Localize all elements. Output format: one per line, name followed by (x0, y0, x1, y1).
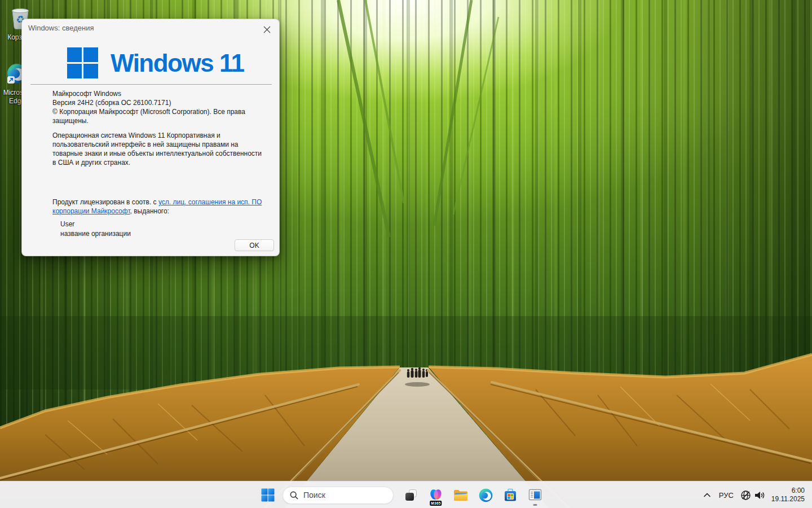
licensee-user: User (52, 220, 264, 229)
dialog-body: Майкрософт Windows Версия 24H2 (сборка О… (52, 89, 264, 238)
close-icon[interactable] (258, 22, 276, 37)
shortcut-arrow-icon (7, 76, 15, 84)
clock[interactable]: 6:00 19.11.2025 (771, 487, 805, 503)
volume-icon[interactable] (754, 491, 766, 500)
desktop: ♻ Корзина Microsoft Edge Windows: сведен… (0, 0, 812, 508)
license-prefix: Продукт лицензирован в соотв. с (52, 198, 158, 206)
file-explorer-icon (453, 489, 468, 502)
running-app-indicator (533, 504, 537, 506)
task-view-icon (404, 488, 418, 502)
dialog-title: Windows: сведения (28, 24, 94, 32)
search-input[interactable] (303, 491, 382, 500)
copyright-text: © Корпорация Майкрософт (Microsoft Corpo… (52, 108, 245, 125)
language-indicator[interactable]: РУС (719, 491, 734, 500)
ok-button[interactable]: OK (235, 239, 274, 251)
microsoft-store-icon (504, 488, 517, 502)
dialog-separator (30, 84, 272, 85)
taskbar-search[interactable] (283, 487, 394, 504)
tray-date: 19.11.2025 (771, 495, 805, 503)
license-suffix: , выданного: (130, 207, 169, 215)
windows11-wordmark: Windows 11 (111, 47, 244, 78)
tray-time: 6:00 (771, 487, 805, 495)
m365-copilot-icon (429, 488, 443, 502)
windows-logo-icon (67, 47, 98, 78)
version-text: Версия 24H2 (сборка ОС 26100.7171) (52, 99, 171, 107)
licensee-organization: название организации (52, 229, 264, 238)
network-globe-icon[interactable] (740, 490, 751, 501)
microsoft-store-button[interactable] (499, 484, 522, 506)
system-tray: РУС 6:00 19.11.2025 (703, 481, 812, 508)
product-block: Майкрософт Windows Версия 24H2 (сборка О… (52, 89, 264, 125)
start-button[interactable] (257, 484, 279, 506)
file-explorer-button[interactable] (449, 484, 472, 506)
edge-taskbar-icon (479, 488, 493, 502)
windows-start-icon (261, 488, 275, 502)
taskbar-center-group: M365 (257, 481, 546, 508)
tray-chevron-up-icon[interactable] (703, 492, 711, 498)
search-icon (290, 491, 298, 500)
taskbar: M365 (0, 481, 812, 508)
about-windows-dialog: Windows: сведения Windows 11 Майкрософт … (21, 19, 280, 256)
product-name: Майкрософт Windows (52, 90, 121, 98)
m365-badge: M365 (430, 501, 442, 506)
m365-copilot-button[interactable]: M365 (425, 484, 447, 506)
about-windows-taskbar-button[interactable] (524, 484, 546, 506)
task-view-button[interactable] (400, 484, 422, 506)
license-text: Продукт лицензирован в соотв. с усл. лиц… (52, 198, 264, 216)
trademark-text: Операционная система Windows 11 Корпорат… (52, 131, 264, 167)
windows11-logo: Windows 11 (67, 47, 244, 78)
system-window-icon (528, 488, 542, 502)
edge-taskbar-button[interactable] (474, 484, 497, 506)
